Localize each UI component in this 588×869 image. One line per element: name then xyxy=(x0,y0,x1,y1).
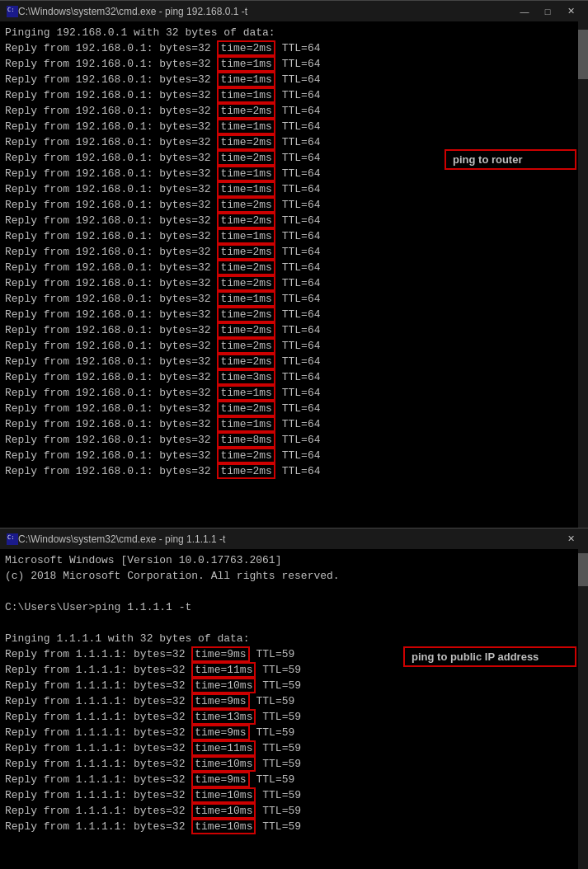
prompt-line: C:\Users\User>ping 1.1.1.1 -t xyxy=(5,599,576,615)
ping-rows-1: Reply from 192.168.0.1: bytes=32 time=2m… xyxy=(5,40,576,479)
ping-row-2-7: Reply from 1.1.1.1: bytes=32 time=10ms T… xyxy=(5,756,576,772)
copyright-line: (c) 2018 Microsoft Corporation. All righ… xyxy=(5,568,576,584)
ping-row-1-19: Reply from 192.168.0.1: bytes=32 time=2m… xyxy=(5,338,576,354)
scrollbar-1[interactable] xyxy=(578,21,588,528)
ping-row-2-2: Reply from 1.1.1.1: bytes=32 time=10ms T… xyxy=(5,678,576,693)
cmd-window-2: C:\Windows\system32\cmd.exe - ping 1.1.1… xyxy=(0,528,588,869)
ping-row-2-9: Reply from 1.1.1.1: bytes=32 time=10ms T… xyxy=(5,787,576,803)
ping-row-1-13: Reply from 192.168.0.1: bytes=32 time=2m… xyxy=(5,244,576,260)
cmd-icon-1 xyxy=(7,6,18,17)
ping-row-1-2: Reply from 192.168.0.1: bytes=32 time=1m… xyxy=(5,72,576,87)
ping-row-1-24: Reply from 192.168.0.1: bytes=32 time=1m… xyxy=(5,416,576,432)
titlebar-2: C:\Windows\system32\cmd.exe - ping 1.1.1… xyxy=(0,528,588,549)
ping-row-1-25: Reply from 192.168.0.1: bytes=32 time=8m… xyxy=(5,432,576,448)
ping-row-1-5: Reply from 192.168.0.1: bytes=32 time=1m… xyxy=(5,119,576,134)
ping-row-2-6: Reply from 1.1.1.1: bytes=32 time=11ms T… xyxy=(5,740,576,756)
ping-row-1-0: Reply from 192.168.0.1: bytes=32 time=2m… xyxy=(5,40,576,56)
close-btn-1[interactable]: ✕ xyxy=(560,4,581,19)
ping-row-1-14: Reply from 192.168.0.1: bytes=32 time=2m… xyxy=(5,260,576,275)
close-btn-2[interactable]: ✕ xyxy=(560,532,581,547)
ping-row-1-12: Reply from 192.168.0.1: bytes=32 time=1m… xyxy=(5,228,576,244)
titlebar-controls-2: ✕ xyxy=(560,532,581,547)
cmd-icon-2 xyxy=(7,533,18,545)
ping-row-1-16: Reply from 192.168.0.1: bytes=32 time=1m… xyxy=(5,291,576,307)
scrollbar-thumb-1[interactable] xyxy=(578,30,588,79)
ping-row-1-15: Reply from 192.168.0.1: bytes=32 time=2m… xyxy=(5,275,576,291)
ping-row-1-11: Reply from 192.168.0.1: bytes=32 time=2m… xyxy=(5,213,576,228)
scrollbar-thumb-2[interactable] xyxy=(578,553,588,586)
ping-row-2-5: Reply from 1.1.1.1: bytes=32 time=9ms TT… xyxy=(5,725,576,740)
ping-row-1-20: Reply from 192.168.0.1: bytes=32 time=2m… xyxy=(5,354,576,369)
ping-row-1-17: Reply from 192.168.0.1: bytes=32 time=2m… xyxy=(5,307,576,322)
ping-row-2-8: Reply from 1.1.1.1: bytes=32 time=9ms TT… xyxy=(5,772,576,787)
titlebar-controls-1: — □ ✕ xyxy=(514,4,581,19)
annotation-router: ping to router xyxy=(445,149,576,170)
ping-header-1: Pinging 192.168.0.1 with 32 bytes of dat… xyxy=(5,25,576,40)
ping-row-2-11: Reply from 1.1.1.1: bytes=32 time=10ms T… xyxy=(5,819,576,834)
ping-row-1-27: Reply from 192.168.0.1: bytes=32 time=2m… xyxy=(5,463,576,479)
ping-row-1-22: Reply from 192.168.0.1: bytes=32 time=1m… xyxy=(5,385,576,401)
ping-row-2-4: Reply from 1.1.1.1: bytes=32 time=13ms T… xyxy=(5,709,576,725)
annotation-public-ip: ping to public IP address xyxy=(403,646,576,667)
ping-row-2-3: Reply from 1.1.1.1: bytes=32 time=9ms TT… xyxy=(5,693,576,709)
terminal-content-1: Pinging 192.168.0.1 with 32 bytes of dat… xyxy=(0,21,588,528)
winver-line: Microsoft Windows [Version 10.0.17763.20… xyxy=(5,552,576,568)
ping-row-1-1: Reply from 192.168.0.1: bytes=32 time=1m… xyxy=(5,56,576,72)
ping-row-1-26: Reply from 192.168.0.1: bytes=32 time=2m… xyxy=(5,448,576,463)
ping-row-1-10: Reply from 192.168.0.1: bytes=32 time=2m… xyxy=(5,197,576,213)
ping-row-1-21: Reply from 192.168.0.1: bytes=32 time=3m… xyxy=(5,369,576,385)
ping-row-1-23: Reply from 192.168.0.1: bytes=32 time=2m… xyxy=(5,401,576,416)
blank-line-1 xyxy=(5,584,576,599)
ping-header-2: Pinging 1.1.1.1 with 32 bytes of data: xyxy=(5,631,576,646)
titlebar-1: C:\Windows\system32\cmd.exe - ping 192.1… xyxy=(0,0,588,21)
ping-row-1-18: Reply from 192.168.0.1: bytes=32 time=2m… xyxy=(5,322,576,338)
scrollbar-2[interactable] xyxy=(578,549,588,869)
ping-rows-2: Reply from 1.1.1.1: bytes=32 time=9ms TT… xyxy=(5,646,576,834)
maximize-btn-1[interactable]: □ xyxy=(537,4,558,19)
ping-row-1-4: Reply from 192.168.0.1: bytes=32 time=2m… xyxy=(5,103,576,119)
ping-row-1-6: Reply from 192.168.0.1: bytes=32 time=2m… xyxy=(5,134,576,150)
ping-row-1-3: Reply from 192.168.0.1: bytes=32 time=1m… xyxy=(5,87,576,103)
minimize-btn-1[interactable]: — xyxy=(514,4,535,19)
terminal-content-2: Microsoft Windows [Version 10.0.17763.20… xyxy=(0,549,588,869)
ping-row-2-10: Reply from 1.1.1.1: bytes=32 time=10ms T… xyxy=(5,803,576,819)
titlebar-title-1: C:\Windows\system32\cmd.exe - ping 192.1… xyxy=(18,6,514,17)
blank-line-2 xyxy=(5,615,576,631)
ping-row-1-9: Reply from 192.168.0.1: bytes=32 time=1m… xyxy=(5,181,576,197)
cmd-window-1: C:\Windows\system32\cmd.exe - ping 192.1… xyxy=(0,0,588,528)
titlebar-title-2: C:\Windows\system32\cmd.exe - ping 1.1.1… xyxy=(18,533,560,545)
